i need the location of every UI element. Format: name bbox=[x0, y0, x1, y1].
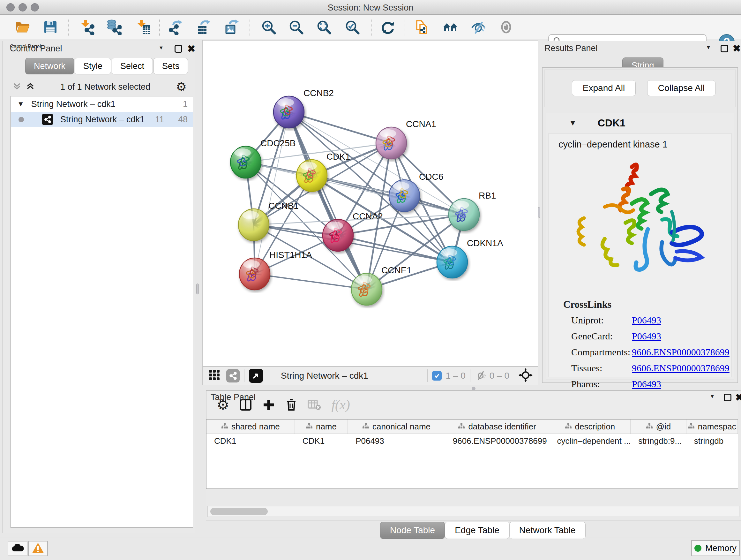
column-type-icon bbox=[646, 422, 653, 432]
tab-network[interactable]: Network bbox=[25, 58, 74, 74]
network-edge-CCNB2-CCNE1[interactable] bbox=[289, 112, 367, 289]
export-table-button[interactable] bbox=[196, 19, 212, 36]
table-cell[interactable]: cyclin–dependent ... bbox=[549, 434, 630, 449]
home-button[interactable] bbox=[442, 19, 459, 36]
grid-view-icon[interactable] bbox=[208, 369, 220, 382]
zoom-in-button[interactable] bbox=[260, 19, 277, 36]
zoom-out-button[interactable] bbox=[288, 19, 305, 36]
network-edge-CCNE1-HIST1H1A[interactable] bbox=[255, 274, 367, 289]
birds-eye-view-icon[interactable] bbox=[249, 369, 263, 383]
export-image-button[interactable] bbox=[223, 19, 240, 36]
expand-all-button[interactable]: Expand All bbox=[572, 80, 636, 96]
node-result-section: ▼ CDK1 cyclin–dependent kinase 1 bbox=[546, 113, 734, 380]
column-header-namespac[interactable]: namespac bbox=[686, 420, 738, 434]
memory-button[interactable]: Memory bbox=[691, 540, 740, 556]
tab-style[interactable]: Style bbox=[75, 58, 111, 74]
network-node-CDC25B[interactable]: CDC25B bbox=[230, 138, 295, 178]
tab-node-table[interactable]: Node Table bbox=[380, 522, 445, 539]
network-edge-CCNB2-CCNA1[interactable] bbox=[289, 112, 391, 143]
memory-status-dot-icon bbox=[694, 545, 701, 552]
network-node-CCNE1[interactable]: CCNE1 bbox=[351, 265, 412, 305]
scrollbar-thumb[interactable] bbox=[210, 508, 268, 515]
table-cell[interactable]: CDK1 bbox=[206, 434, 295, 449]
collapse-all-icon[interactable] bbox=[12, 82, 21, 92]
string-view-icon[interactable] bbox=[226, 369, 240, 382]
tab-network-table[interactable]: Network Table bbox=[509, 522, 586, 539]
warning-status-button[interactable] bbox=[28, 541, 48, 556]
table-row[interactable]: CDK1CDK1P064939606.ENSP00000378699cyclin… bbox=[206, 434, 738, 449]
import-table-file-button[interactable] bbox=[135, 19, 151, 36]
table-horizontal-scrollbar[interactable] bbox=[207, 506, 739, 517]
open-session-button[interactable] bbox=[14, 19, 30, 36]
add-column-icon[interactable] bbox=[262, 398, 275, 411]
undock-panel-icon[interactable] bbox=[721, 45, 728, 52]
export-network-button[interactable] bbox=[168, 19, 185, 36]
delete-column-icon[interactable] bbox=[285, 398, 297, 411]
cloud-status-button[interactable] bbox=[8, 541, 27, 556]
collapse-all-button[interactable]: Collapse All bbox=[647, 80, 716, 96]
refresh-button[interactable] bbox=[380, 19, 396, 36]
table-cell[interactable]: stringdb bbox=[686, 434, 738, 449]
float-panel-icon[interactable]: ▼ bbox=[158, 45, 164, 51]
save-session-button[interactable] bbox=[42, 19, 59, 36]
import-network-database-button[interactable] bbox=[106, 19, 122, 36]
expand-collapse-bar: Expand All Collapse All bbox=[544, 70, 736, 107]
network-row-selected[interactable]: String Network – cdk1 11 48 bbox=[11, 112, 193, 127]
show-all-button[interactable] bbox=[498, 19, 515, 36]
node-label-CCNE1: CCNE1 bbox=[381, 265, 412, 275]
import-network-file-button[interactable] bbox=[79, 19, 95, 36]
collapse-triangle-icon[interactable]: ▼ bbox=[17, 100, 24, 108]
close-panel-icon[interactable]: ✖ bbox=[733, 45, 741, 52]
network-node-CDKN1A[interactable]: CDKN1A bbox=[437, 238, 503, 278]
toolbar-divider bbox=[250, 19, 250, 36]
network-node-RB1[interactable]: RB1 bbox=[449, 191, 496, 231]
selected-checkbox-icon[interactable] bbox=[432, 371, 442, 381]
hidden-eye-slash-icon[interactable] bbox=[475, 369, 486, 382]
network-view-title: String Network – cdk1 bbox=[281, 371, 368, 381]
left-splitter-handle[interactable] bbox=[196, 284, 199, 294]
undock-panel-icon[interactable] bbox=[175, 45, 182, 53]
zoom-selected-button[interactable] bbox=[344, 19, 360, 36]
network-node-HIST1H1A[interactable]: HIST1H1A bbox=[239, 250, 312, 290]
node-label-CCNB2: CCNB2 bbox=[304, 88, 334, 98]
table-panel-tabs: Node TableEdge TableNetwork Table bbox=[380, 522, 586, 539]
gear-icon[interactable]: ⚙ bbox=[176, 82, 187, 91]
zoom-fit-button[interactable] bbox=[316, 19, 332, 36]
crosslink-link[interactable]: P06493 bbox=[632, 331, 661, 347]
cloud-icon bbox=[11, 543, 24, 554]
crosslink-link[interactable]: 9606.ENSP00000378699 bbox=[632, 347, 730, 363]
table-cell[interactable]: CDK1 bbox=[295, 434, 348, 449]
node-section-header[interactable]: ▼ CDK1 bbox=[546, 113, 734, 132]
hide-selected-button[interactable] bbox=[470, 19, 487, 36]
network-tree: ▼ String Network – cdk1 1 String Network… bbox=[10, 96, 193, 528]
copy-network-button[interactable] bbox=[414, 19, 430, 36]
column-header-canonical-name[interactable]: canonical name bbox=[348, 420, 445, 434]
close-panel-icon[interactable]: ✖ bbox=[735, 394, 741, 401]
tab-sets[interactable]: Sets bbox=[153, 58, 188, 74]
collapse-triangle-icon[interactable]: ▼ bbox=[569, 118, 577, 127]
float-panel-icon[interactable]: ▼ bbox=[710, 394, 715, 399]
column-header-description[interactable]: description bbox=[549, 420, 630, 434]
import-table-icon bbox=[136, 19, 151, 36]
crosslink-link[interactable]: P06493 bbox=[632, 315, 661, 331]
close-panel-icon[interactable]: ✖ bbox=[187, 45, 195, 53]
column-header-shared-name[interactable]: shared name bbox=[206, 420, 295, 434]
column-header-database-identifier[interactable]: database identifier bbox=[445, 420, 549, 434]
network-node-CCNA1[interactable]: CCNA1 bbox=[376, 119, 436, 159]
column-header-name[interactable]: name bbox=[295, 420, 348, 434]
network-collection-row[interactable]: ▼ String Network – cdk1 1 bbox=[11, 97, 193, 112]
table-cell[interactable]: P06493 bbox=[348, 434, 445, 449]
expand-all-icon[interactable] bbox=[26, 82, 35, 92]
node-attribute-table[interactable]: shared namenamecanonical namedatabase id… bbox=[206, 419, 738, 489]
crosslink-link[interactable]: 9606.ENSP00000378699 bbox=[632, 363, 730, 379]
tab-select[interactable]: Select bbox=[112, 58, 153, 74]
undock-panel-icon[interactable] bbox=[724, 394, 731, 401]
column-header--id[interactable]: @id bbox=[630, 420, 686, 434]
network-canvas[interactable]: CCNB2CCNA1CDC25BCDK1CDC6RB1CCNB1CCNA2CDK… bbox=[202, 40, 538, 367]
tab-edge-table[interactable]: Edge Table bbox=[445, 522, 509, 539]
float-panel-icon[interactable]: ▼ bbox=[706, 45, 711, 51]
table-cell[interactable]: 9606.ENSP00000378699 bbox=[445, 434, 549, 449]
network-node-CCNB1[interactable]: CCNB1 bbox=[239, 201, 299, 241]
table-cell[interactable]: stringdb:9... bbox=[630, 434, 686, 449]
crosshair-icon[interactable] bbox=[519, 368, 533, 383]
